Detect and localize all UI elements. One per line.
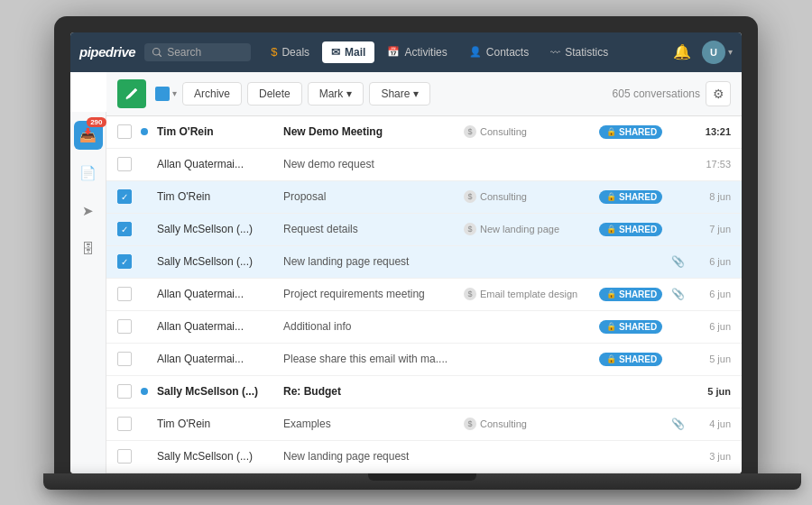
sidebar-item-drafts[interactable]: 📄 [74, 159, 103, 188]
email-timestamp: 3 jun [693, 451, 731, 462]
table-row[interactable]: Tim O'ReinNew Demo Meeting$Consulting🔒 S… [106, 116, 742, 149]
email-timestamp: 6 jun [693, 256, 731, 267]
email-sender: Sally McSellson (...) [157, 450, 274, 463]
row-checkbox[interactable] [117, 189, 132, 204]
nav-deals[interactable]: $ Deals [262, 41, 318, 63]
row-checkbox[interactable] [117, 124, 132, 139]
row-checkbox[interactable] [117, 287, 132, 301]
shared-badge-area: 🔒 SHARED [599, 288, 662, 301]
share-chevron-icon: ▾ [413, 87, 419, 100]
svg-line-1 [159, 54, 161, 56]
row-checkbox[interactable] [117, 417, 132, 431]
email-subject: Please share this email with ma.... [283, 353, 455, 365]
email-sender: Allan Quatermai... [157, 158, 274, 170]
table-row[interactable]: Sally McSellson (...)Request details$New… [106, 214, 742, 246]
email-subject: New demo request [283, 158, 455, 170]
row-checkbox[interactable] [117, 222, 132, 236]
settings-button[interactable]: ⚙ [706, 81, 731, 106]
inbox-badge: 290 [87, 117, 106, 127]
email-subject: New landing page request [283, 450, 455, 463]
attachment-icon: 📎 [671, 288, 684, 300]
table-row[interactable]: Allan Quatermai...Please share this emai… [106, 344, 742, 376]
sidebar-item-archive[interactable]: 🗄 [74, 234, 103, 263]
lock-icon: 🔒 [606, 289, 616, 298]
email-sender: Tim O'Rein [157, 125, 274, 138]
select-all-area[interactable]: ▾ [155, 87, 177, 101]
row-checkbox[interactable] [117, 157, 132, 171]
shared-badge: 🔒 SHARED [599, 125, 662, 139]
archive-icon: 🗄 [81, 241, 95, 256]
shared-badge: 🔒 SHARED [599, 288, 662, 301]
email-timestamp: 5 jun [693, 354, 731, 364]
shared-badge-area: 🔒 SHARED [599, 125, 662, 139]
email-subject: Re: Budget [283, 385, 455, 398]
lock-icon: 🔒 [606, 192, 616, 201]
search-input[interactable] [167, 46, 244, 59]
nav-mail[interactable]: ✉ Mail [322, 41, 374, 63]
inbox-icon: 📥 [79, 127, 97, 143]
row-checkbox[interactable] [117, 319, 132, 334]
mark-chevron-icon: ▾ [346, 87, 352, 100]
sent-icon: ➤ [82, 203, 94, 219]
pipeline-icon: $ [464, 125, 476, 138]
drafts-icon: 📄 [79, 165, 97, 181]
select-chevron-icon[interactable]: ▾ [172, 88, 177, 98]
share-button[interactable]: Share ▾ [369, 82, 430, 106]
table-row[interactable]: Tim O'ReinExamples$Consulting📎4 jun [106, 409, 742, 441]
unread-dot [141, 128, 148, 135]
delete-button[interactable]: Delete [247, 82, 302, 106]
pipeline-tag: $New landing page [464, 223, 590, 235]
compose-button[interactable] [117, 79, 146, 108]
select-all-checkbox[interactable] [155, 87, 170, 101]
email-sender: Allan Quatermai... [157, 320, 274, 333]
table-row[interactable]: Allan Quatermai...New demo request📎17:53 [106, 149, 742, 181]
contacts-icon: 👤 [469, 46, 482, 58]
laptop-base [43, 473, 801, 490]
shared-badge-area: 🔒 SHARED [599, 353, 662, 366]
shared-badge: 🔒 SHARED [599, 320, 662, 334]
email-subject: New landing page request [283, 255, 455, 268]
sidebar-item-sent[interactable]: ➤ [74, 197, 103, 225]
user-avatar-button[interactable]: U ▾ [702, 41, 733, 64]
row-checkbox[interactable] [117, 352, 132, 366]
sidebar-item-inbox[interactable]: 📥 290 [74, 121, 103, 150]
table-row[interactable]: Sally McSellson (...)New landing page re… [106, 246, 742, 279]
navbar: pipedrive $ Deals ✉ Mail 📅 Activities [70, 32, 742, 72]
nav-activities[interactable]: 📅 Activities [378, 41, 456, 63]
email-sender: Sally McSellson (...) [157, 255, 274, 268]
pipeline-icon: $ [464, 418, 476, 430]
search-box[interactable] [144, 43, 251, 61]
statistics-icon: 〰 [550, 47, 560, 58]
row-checkbox[interactable] [117, 449, 132, 464]
shared-badge: 🔒 SHARED [599, 353, 662, 366]
archive-button[interactable]: Archive [182, 82, 242, 106]
email-sender: Sally McSellson (...) [157, 223, 274, 235]
table-row[interactable]: Allan Quatermai...Additional info🔒 SHARE… [106, 311, 742, 344]
row-checkbox[interactable] [117, 254, 132, 269]
nav-contacts[interactable]: 👤 Contacts [460, 41, 538, 63]
gear-icon: ⚙ [713, 87, 724, 101]
table-row[interactable]: Allan Quatermai...Project requirements m… [106, 279, 742, 311]
shared-badge: 🔒 SHARED [599, 223, 662, 236]
email-timestamp: 5 jun [693, 386, 731, 397]
avatar-chevron-icon: ▾ [728, 47, 733, 57]
table-row[interactable]: Sally McSellson (...)New landing page re… [106, 441, 742, 473]
shared-badge-area: 🔒 SHARED [599, 320, 662, 334]
lock-icon: 🔒 [606, 127, 616, 136]
mark-button[interactable]: Mark ▾ [308, 82, 364, 106]
bell-icon[interactable]: 🔔 [666, 40, 698, 64]
pipeline-tag: $Consulting [464, 190, 590, 203]
lock-icon: 🔒 [606, 225, 616, 234]
nav-statistics[interactable]: 〰 Statistics [541, 41, 617, 63]
avatar: U [702, 41, 725, 64]
shared-badge-area: 🔒 SHARED [599, 190, 662, 204]
table-row[interactable]: Sally McSellson (...)Re: Budget📎5 jun [106, 376, 742, 409]
row-checkbox[interactable] [117, 384, 132, 399]
pipeline-icon: $ [464, 288, 476, 300]
calendar-icon: 📅 [387, 46, 400, 58]
email-subject: Examples [283, 418, 455, 430]
email-timestamp: 8 jun [693, 191, 731, 202]
table-row[interactable]: Tim O'ReinProposal$Consulting🔒 SHARED📎8 … [106, 181, 742, 214]
search-icon [152, 47, 162, 58]
email-subject: Request details [283, 223, 455, 235]
